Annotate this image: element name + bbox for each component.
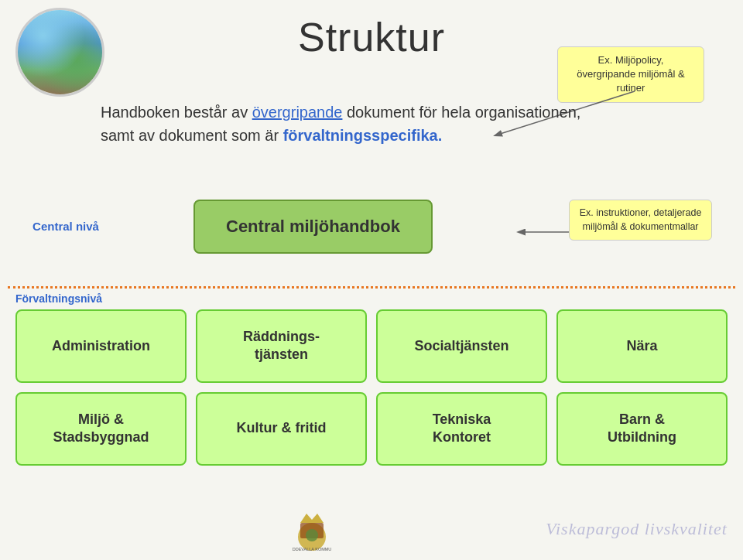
dept-box-nara: Nära — [556, 309, 728, 383]
svg-marker-5 — [300, 514, 324, 523]
svg-text:UDDEVALLA KOMMUN: UDDEVALLA KOMMUN — [293, 547, 331, 551]
svg-point-6 — [306, 529, 318, 541]
central-handbok-box: Central miljöhandbok — [193, 200, 433, 254]
dept-box-barn-utbildning: Barn &Utbildning — [556, 392, 728, 466]
separator-line — [8, 286, 735, 289]
forvaltningsniva-label: Förvaltningsnivå — [15, 292, 102, 305]
uddevalla-logo: UDDEVALLA KOMMUN — [293, 506, 331, 552]
dept-box-tekniska-kontoret: TekniskaKontoret — [376, 392, 547, 466]
central-niva-label: Central nivå — [23, 219, 108, 234]
watermark-text: Viskapargod livskvalitet — [546, 519, 728, 539]
link-forvaltningsspecifika[interactable]: förvaltningsspecifika. — [283, 127, 443, 144]
page: Struktur Ex. Miljöpolicy, övergripande m… — [0, 0, 743, 560]
description-text: Handboken består av övergripande dokumen… — [101, 101, 712, 147]
dept-grid: AdministrationRäddnings-tjänstenSocialtj… — [15, 309, 728, 466]
callout-top: Ex. Miljöpolicy, övergripande miljömål &… — [557, 46, 704, 103]
dept-box-socialtjansten: Socialtjänsten — [376, 309, 547, 383]
bottom-area: UDDEVALLA KOMMUN Viskapargod livskvalite… — [0, 506, 743, 552]
dept-box-kultur-fritid: Kultur & fritid — [196, 392, 367, 466]
callout-right: Ex. instruktioner, detaljerade miljömål … — [569, 200, 712, 241]
uddevalla-emblem-svg: UDDEVALLA KOMMUN — [293, 506, 331, 552]
dept-box-raddningstjansten: Räddnings-tjänsten — [196, 309, 367, 383]
dept-box-miljo-stadsbyggnad: Miljö &Stadsbyggnad — [15, 392, 187, 466]
logo-circle — [15, 8, 104, 97]
dept-box-administration: Administration — [15, 309, 187, 383]
link-overgripande[interactable]: övergripande — [252, 104, 343, 121]
